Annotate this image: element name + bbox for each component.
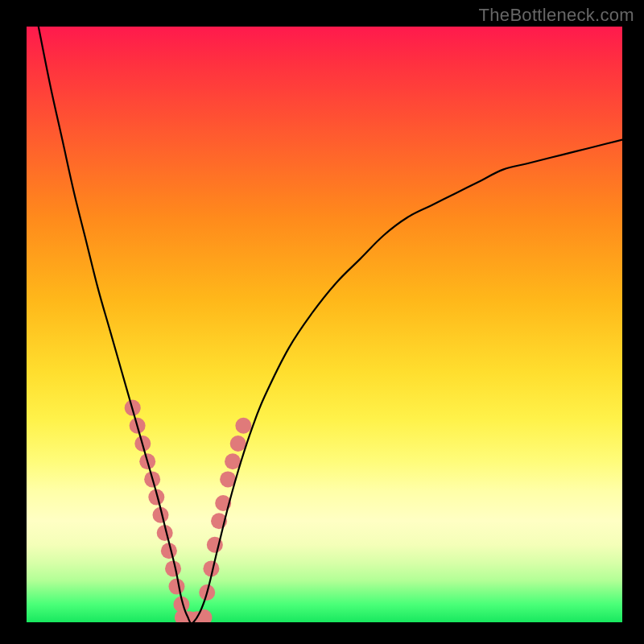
chart-svg: [27, 27, 622, 622]
chart-frame: TheBottleneck.com: [0, 0, 644, 644]
marker-point: [225, 453, 241, 469]
marker-point: [168, 579, 184, 595]
plot-area: [27, 27, 622, 622]
marker-point: [235, 418, 251, 434]
bottleneck-curve: [39, 27, 622, 622]
markers-group: [125, 400, 252, 622]
marker-point: [230, 436, 246, 452]
marker-point: [165, 560, 181, 576]
watermark-text: TheBottleneck.com: [479, 5, 634, 26]
